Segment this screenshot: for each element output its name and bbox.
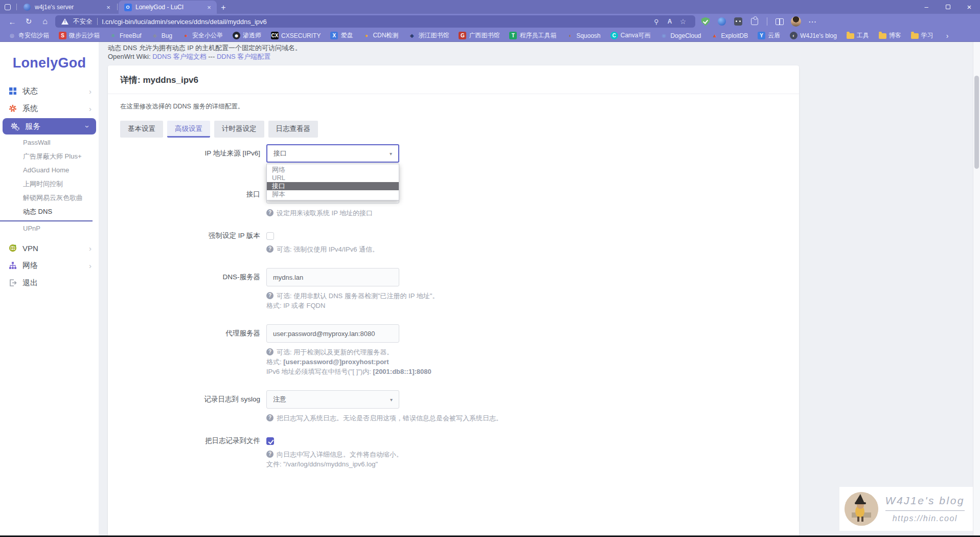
bookmark-item[interactable]: ≡FreeBuf [109,32,142,39]
sidebar-subitem-adblock-plus[interactable]: 广告屏蔽大师 Plus+ [0,149,99,163]
maximize-button[interactable] [937,0,959,14]
reload-button[interactable] [22,15,35,28]
sidebar-item-label: 服务 [25,122,40,131]
tab-timer-settings[interactable]: 计时器设定 [214,121,264,138]
chevron-right-icon [89,104,92,113]
bookmark-item[interactable]: ●CDN检测 [362,31,398,40]
profile-avatar[interactable] [790,15,802,28]
content-tabs: 基本设置 高级设置 计时器设定 日志查看器 [120,121,787,138]
bookmarks-overflow-chevron-icon[interactable] [946,32,949,40]
bookmark-item[interactable]: ☻渗透师 [233,31,261,40]
status-grid-icon [8,87,17,96]
sidebar-subitem-upnp[interactable]: UPnP [0,221,99,235]
adguard-extension-icon[interactable] [699,15,712,28]
extensions-puzzle-icon[interactable] [748,15,761,28]
ip-source-select[interactable]: 接口 [266,144,399,163]
sidebar-item-label: 状态 [22,86,38,96]
sidebar-subitem-unlock-music[interactable]: 解锁网易云灰色歌曲 [0,191,99,205]
force-ip-version-checkbox[interactable] [266,232,274,240]
sidebar-item-vpn[interactable]: VPN [0,239,99,257]
bookmark-item[interactable]: 博客 [879,31,901,40]
bookmark-item[interactable]: CXCXSECURITY [271,32,321,39]
field-label: IP 地址来源 [IPv6] [120,144,266,163]
address-bar[interactable]: 不安全 l.cn/cgi-bin/luci/admin/services/ddn… [55,15,695,28]
security-label[interactable]: 不安全 [73,17,93,26]
close-window-button[interactable] [959,0,980,14]
browser-tab-server[interactable]: w4j1e's server × [18,1,116,14]
bookmark-item[interactable]: Y云盾 [758,31,780,40]
sidebar-subitem-parental-control[interactable]: 上网时间控制 [0,177,99,191]
sidebar-item-status[interactable]: 状态 [0,82,99,100]
intro-text: 动态 DNS 允许为拥有动态 IP 的主机配置一个固定的可访问域名。 [108,43,980,52]
wiki-doc-link[interactable]: DDNS 客户端文档 [152,53,206,60]
dns-server-input[interactable]: mydns.lan [266,268,399,286]
bookmark-label: 程序员工具箱 [519,31,556,40]
url-text[interactable]: l.cn/cgi-bin/luci/admin/services/ddns/de… [102,18,267,26]
cdn-check-favicon: ● [362,32,370,39]
bookmark-item[interactable]: ◆Bug [151,32,172,39]
bookmark-item[interactable]: ◐W4J1e's blog [790,32,837,39]
bookmark-item[interactable]: G广西图书馆 [459,31,499,40]
bookmark-item[interactable]: X爱盘 [330,31,353,40]
bookmark-item[interactable]: ◉DogeCloud [660,32,701,39]
dropdown-option[interactable]: 网络 [267,166,399,174]
tab-basic-settings[interactable]: 基本设置 [120,121,163,138]
minimize-button[interactable] [916,0,937,14]
watermark-url: https://hin.cool [893,514,958,523]
sidebar-item-services[interactable]: 服务 [3,118,96,135]
dropdown-option[interactable]: 接口 [267,182,399,190]
bookmark-item[interactable]: T程序员工具箱 [509,31,556,40]
close-tab-icon[interactable]: × [104,4,112,11]
sidebar-subitem-ddns[interactable]: 动态 DNS [0,205,93,221]
vertical-scrollbar[interactable] [973,42,980,535]
dropdown-option[interactable]: URL [267,174,399,182]
alist-extension-icon[interactable] [716,15,728,28]
bookmark-label: 广西图书馆 [469,31,499,40]
split-screen-icon[interactable] [773,15,786,28]
bookmark-label: 安全小公举 [192,31,223,40]
help-text: 格式: [user:password@]proxyhost:port [266,357,389,366]
sidebar-item-logout[interactable]: 退出 [0,274,99,292]
help-text: IPv6 地址必须填写在中括号("[ ]")内: [2001:db8::1]:8… [266,367,431,376]
form-row-syslog: 记录日志到 syslog 注意 把日志写入系统日志。无论是否启用这项，错误信息总… [120,390,787,422]
sidebar-subitem-adguard-home[interactable]: AdGuard Home [0,163,99,177]
bookmark-item[interactable]: 学习 [911,31,933,40]
browser-tab-luci[interactable]: O LonelyGod - LuCI × [119,1,217,14]
bookmark-item[interactable]: S微步云沙箱 [59,31,100,40]
help-text: 可选: 使用非默认 DNS 服务器检测"已注册的 IP 地址"。 [277,292,439,300]
proxy-server-input[interactable]: user:password@myproxy.lan:8080 [266,324,399,343]
bookmark-label: Canva可画 [621,31,651,40]
tampermonkey-extension-icon[interactable] [732,15,744,28]
log-to-file-checkbox[interactable] [266,437,274,445]
scrollbar-thumb[interactable] [974,76,979,169]
bookmark-item[interactable]: ◆浙江图书馆 [408,31,449,40]
bookmark-item[interactable]: 工具 [847,31,869,40]
back-button[interactable] [6,15,18,28]
dropdown-option[interactable]: 脚本 [267,190,399,198]
chevron-right-icon [89,244,92,253]
bookmark-label: 云盾 [768,31,780,40]
close-tab-icon[interactable]: × [205,4,213,11]
new-tab-button[interactable] [217,2,230,14]
tab-advanced-settings[interactable]: 高级设置 [167,121,210,138]
bookmark-item[interactable]: ●安全小公举 [182,31,223,40]
sidebar-subitem-passwall[interactable]: PassWall [0,136,99,149]
tab-log-viewer[interactable]: 日志查看器 [268,121,318,138]
sidebar-item-system[interactable]: 系统 [0,100,99,117]
tab-actions-button[interactable] [0,1,15,14]
bookmark-item[interactable]: ▲ExploitDB [711,32,748,39]
settings-menu-icon[interactable] [806,15,818,28]
bookmark-item[interactable]: ◎奇安信沙箱 [8,31,49,40]
bookmark-item[interactable]: ◖Squoosh [566,32,600,39]
favorite-star-icon[interactable] [677,16,689,27]
home-button[interactable] [39,15,51,28]
aipan-favicon: X [330,32,338,39]
read-aloud-icon[interactable] [664,16,676,27]
wiki-config-link[interactable]: DDNS 客户端配置 [217,53,270,60]
password-key-icon[interactable] [650,16,663,27]
bookmark-item[interactable]: CCanva可画 [610,31,651,40]
bookmark-label: 渗透师 [243,31,261,40]
tab-actions-icon [5,4,11,10]
syslog-level-select[interactable]: 注意 [266,390,399,409]
sidebar-item-network[interactable]: 网络 [0,257,99,274]
